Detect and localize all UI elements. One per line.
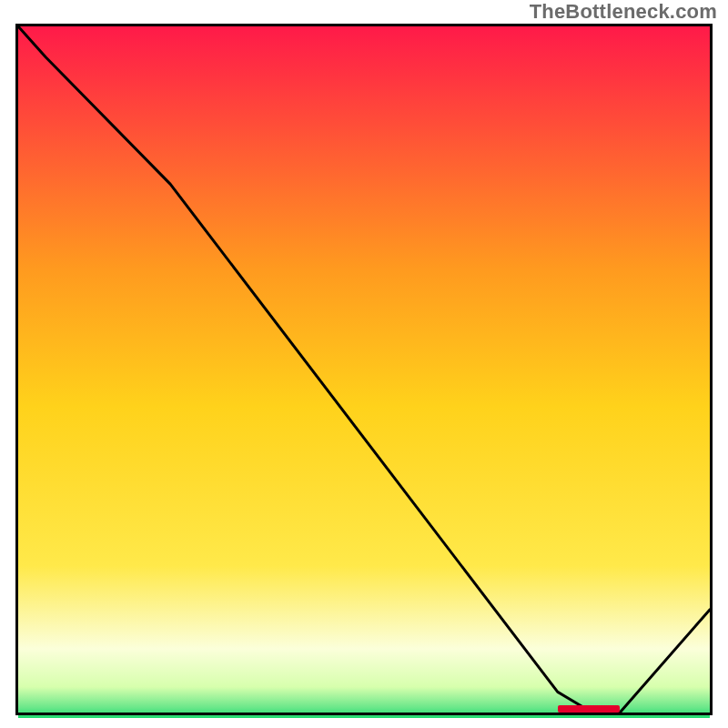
chart-frame bbox=[15, 24, 713, 715]
watermark-text: TheBottleneck.com bbox=[530, 0, 717, 24]
chart-border bbox=[15, 24, 713, 715]
page-root: TheBottleneck.com bbox=[0, 0, 728, 728]
